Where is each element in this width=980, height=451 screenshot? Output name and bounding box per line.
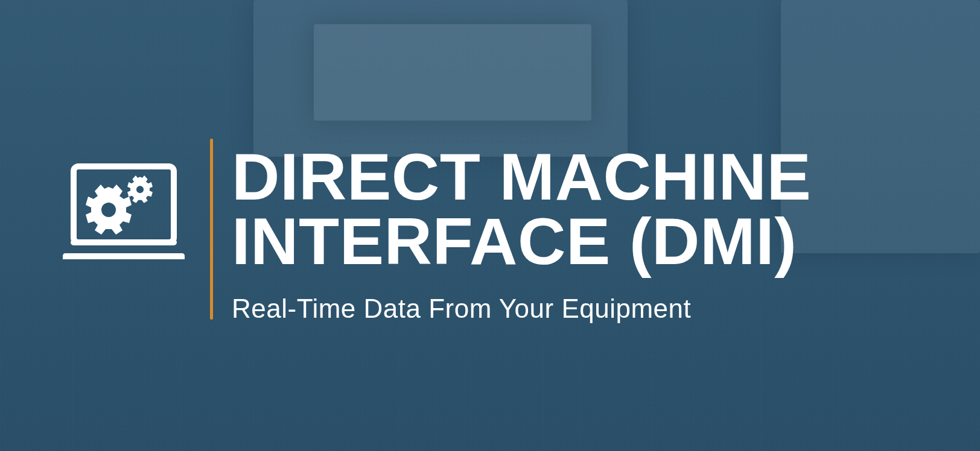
laptop-gears-icon xyxy=(60,163,187,265)
gear-small-icon xyxy=(127,175,153,203)
bg-silhouette-window xyxy=(314,24,591,121)
hero-subheadline: Real-Time Data From Your Equipment xyxy=(232,294,811,324)
gear-large-icon xyxy=(86,184,132,235)
hero-icon-wrap xyxy=(60,145,187,265)
svg-point-3 xyxy=(136,186,144,193)
hero-content-row: DIRECT MACHINE INTERFACE (DMI) Real-Time… xyxy=(60,145,811,324)
hero-headline: DIRECT MACHINE INTERFACE (DMI) xyxy=(232,145,811,273)
headline-line-2: INTERFACE (DMI) xyxy=(232,204,797,278)
accent-divider xyxy=(210,139,213,320)
headline-line-1: DIRECT MACHINE xyxy=(232,139,811,213)
hero-text-column: DIRECT MACHINE INTERFACE (DMI) Real-Time… xyxy=(210,145,811,324)
svg-point-2 xyxy=(101,203,116,217)
hero-banner: DIRECT MACHINE INTERFACE (DMI) Real-Time… xyxy=(0,0,980,451)
